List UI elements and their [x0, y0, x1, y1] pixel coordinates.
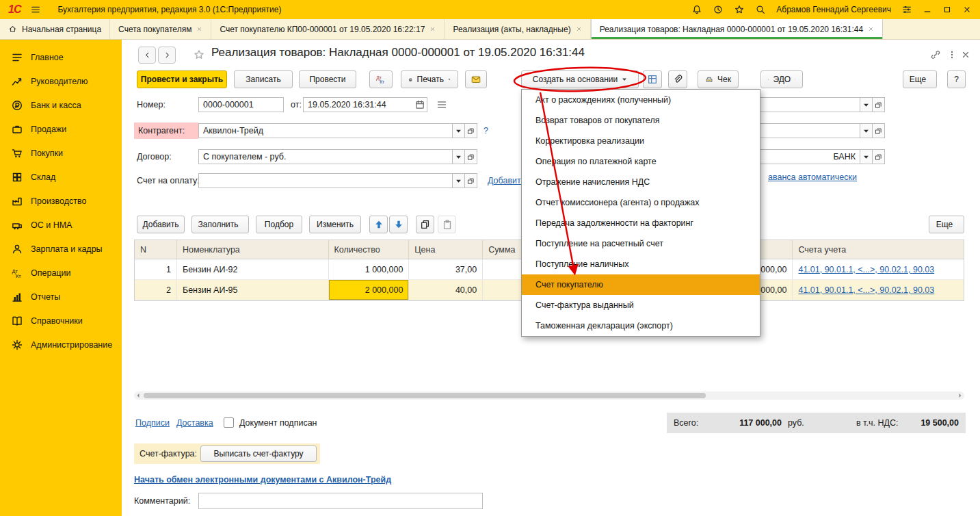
- history-icon[interactable]: [713, 4, 724, 15]
- create-based-on-button[interactable]: Создать на основании: [521, 70, 639, 88]
- sidebar-item-purchases[interactable]: Покупки: [0, 141, 122, 165]
- sidebar-item-operations[interactable]: ДтКтОперации: [0, 261, 122, 285]
- menu-item[interactable]: Отчет комиссионера (агента) о продажах: [522, 192, 760, 213]
- notifications-bell-icon[interactable]: [691, 4, 702, 15]
- contract-input[interactable]: [198, 149, 453, 164]
- right-field-1-dropdown-button[interactable]: [860, 97, 873, 112]
- sidebar-item-main[interactable]: Главное: [0, 45, 122, 69]
- attachments-button[interactable]: [668, 70, 687, 88]
- payment-invoice-dropdown-button[interactable]: [453, 173, 465, 188]
- accounts-link[interactable]: 41.01, 90.01.1, <...>, 90.02.1, 90.03: [798, 265, 934, 274]
- counterparty-input[interactable]: [198, 123, 453, 138]
- cell-nomenclature[interactable]: Бензин АИ-95: [177, 280, 329, 300]
- issue-invoice-button[interactable]: Выписать счет-фактуру: [200, 446, 317, 462]
- sidebar-item-sales[interactable]: Продажи: [0, 117, 122, 141]
- menu-item-highlighted[interactable]: Счет покупателю: [522, 274, 760, 295]
- forward-button[interactable]: [158, 47, 176, 64]
- document-structure-button[interactable]: [643, 70, 662, 88]
- menu-item[interactable]: Таможенная декларация (экспорт): [522, 315, 760, 336]
- counterparty-open-button[interactable]: [465, 123, 477, 138]
- cell-n[interactable]: 1: [135, 259, 177, 279]
- payment-invoice-input[interactable]: [198, 173, 453, 188]
- tab-sales-docs-list[interactable]: Реализация (акты, накладные): [445, 19, 590, 39]
- sidebar-item-warehouse[interactable]: Склад: [0, 165, 122, 189]
- check-receipt-button[interactable]: Чек: [698, 70, 739, 88]
- copy-link-icon[interactable]: [930, 49, 941, 60]
- document-list-icon[interactable]: [436, 99, 448, 111]
- sidebar-item-reports[interactable]: Отчеты: [0, 285, 122, 309]
- menu-item[interactable]: Поступление наличных: [522, 254, 760, 274]
- dtkt-movements-button[interactable]: ДтКт: [369, 70, 393, 88]
- counterparty-help-link[interactable]: ?: [484, 123, 488, 138]
- scrollbar-thumb[interactable]: [144, 393, 706, 398]
- sidebar-item-manager[interactable]: Руководителю: [0, 69, 122, 93]
- menu-item[interactable]: Корректировка реализации: [522, 131, 760, 151]
- scroll-right-icon[interactable]: [957, 393, 963, 398]
- maximize-button[interactable]: [942, 5, 952, 14]
- add-row-button[interactable]: Добавить: [137, 216, 185, 233]
- sidebar-item-payroll-hr[interactable]: Зарплата и кадры: [0, 237, 122, 261]
- copy-rows-button[interactable]: [416, 216, 434, 233]
- payment-invoice-open-button[interactable]: [465, 173, 477, 188]
- close-window-button[interactable]: [962, 5, 972, 14]
- main-menu-icon[interactable]: [30, 4, 41, 15]
- edit-button[interactable]: Изменить: [309, 216, 361, 233]
- accounts-link[interactable]: 41.01, 90.01.1, <...>, 90.02.1, 90.03: [798, 285, 934, 295]
- tab-close-icon[interactable]: [429, 26, 436, 32]
- move-row-up-button[interactable]: [369, 216, 388, 233]
- comment-input[interactable]: [198, 493, 483, 509]
- tab-close-icon[interactable]: [576, 26, 582, 32]
- paste-rows-button[interactable]: [438, 216, 456, 233]
- col-header-price[interactable]: Цена: [409, 240, 483, 259]
- close-document-icon[interactable]: [960, 49, 971, 60]
- fill-button[interactable]: Заполнить: [191, 216, 249, 233]
- contract-dropdown-button[interactable]: [453, 149, 465, 164]
- items-more-button[interactable]: Еще: [929, 216, 964, 233]
- edo-exchange-link[interactable]: Начать обмен электронными документами с …: [134, 472, 391, 487]
- minimize-button[interactable]: [923, 5, 932, 14]
- right-field-2-dropdown-button[interactable]: [860, 123, 873, 138]
- favorite-star-icon[interactable]: [193, 49, 205, 61]
- col-header-n[interactable]: N: [135, 240, 177, 259]
- sidebar-item-administration[interactable]: Администрирование: [0, 333, 122, 357]
- pick-button[interactable]: Подбор: [256, 216, 302, 233]
- cell-price[interactable]: 37,00: [409, 259, 483, 279]
- user-name[interactable]: Абрамов Геннадий Сергеевич: [776, 5, 891, 14]
- cell-price[interactable]: 40,00: [409, 280, 483, 300]
- menu-item[interactable]: Передача задолженности на факторинг: [522, 213, 760, 233]
- sidebar-item-catalogs[interactable]: Справочники: [0, 309, 122, 333]
- sidebar-item-fixed-assets[interactable]: ОС и НМА: [0, 213, 122, 237]
- add-invoice-link[interactable]: Добавить: [488, 173, 525, 188]
- tab-close-icon[interactable]: [868, 26, 874, 32]
- bank-account-open-button[interactable]: [873, 149, 885, 164]
- menu-item[interactable]: Акт о расхождениях (полученный): [522, 90, 760, 110]
- tab-customer-invoice-doc[interactable]: Счет покупателю КП00-000001 от 19.05.202…: [211, 19, 445, 39]
- col-header-accounts[interactable]: Счета учета: [793, 240, 964, 259]
- horizontal-scrollbar[interactable]: [134, 391, 964, 400]
- menu-item[interactable]: Поступление на расчетный счет: [522, 233, 760, 254]
- menu-item[interactable]: Возврат товаров от покупателя: [522, 110, 760, 131]
- col-header-quantity[interactable]: Количество: [329, 240, 410, 259]
- tab-home[interactable]: Начальная страница: [0, 19, 110, 39]
- favorites-star-icon[interactable]: [734, 4, 745, 15]
- document-signed-checkbox[interactable]: [224, 417, 234, 428]
- cell-quantity[interactable]: 1 000,000: [329, 259, 410, 279]
- tab-sales-doc-active[interactable]: Реализация товаров: Накладная 0000-00000…: [591, 19, 883, 39]
- save-button[interactable]: Записать: [234, 70, 293, 88]
- bank-account-dropdown-button[interactable]: [860, 149, 873, 164]
- right-field-1-open-button[interactable]: [873, 97, 885, 112]
- more-button[interactable]: Еще: [903, 70, 937, 88]
- cell-nomenclature[interactable]: Бензин АИ-92: [177, 259, 329, 279]
- service-settings-icon[interactable]: [901, 4, 912, 15]
- contract-open-button[interactable]: [465, 149, 477, 164]
- move-row-down-button[interactable]: [389, 216, 408, 233]
- date-input[interactable]: [303, 97, 427, 112]
- col-header-nomenclature[interactable]: Номенклатура: [177, 240, 329, 259]
- print-button[interactable]: Печать: [401, 70, 458, 88]
- post-and-close-button[interactable]: Провести и закрыть: [137, 70, 227, 88]
- tab-close-icon[interactable]: [196, 26, 202, 32]
- menu-item[interactable]: Операция по платежной карте: [522, 151, 760, 172]
- cell-n[interactable]: 2: [135, 280, 177, 300]
- send-email-button[interactable]: [465, 70, 487, 88]
- more-kebab-icon[interactable]: [946, 49, 957, 60]
